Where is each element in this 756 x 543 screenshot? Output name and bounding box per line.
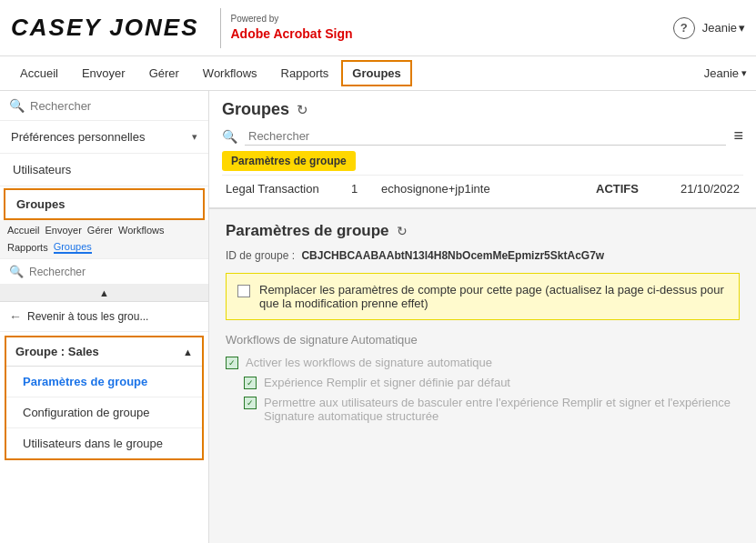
header-right: ? Jeanie ▾ (673, 17, 745, 39)
user-button[interactable]: Jeanie ▾ (702, 21, 745, 35)
chevron-down-icon: ▾ (739, 21, 745, 35)
nav-user-name[interactable]: Jeanie (704, 66, 739, 80)
check-icon: ✓ (228, 358, 236, 367)
help-icon: ? (680, 21, 688, 35)
nav-item-gerer[interactable]: Gérer (138, 61, 190, 85)
nav-chevron-icon: ▾ (741, 67, 747, 79)
content-bottom-title: Paramètres de groupe (226, 222, 389, 240)
powered-by-label: Powered by (230, 13, 352, 25)
subnav-rapports[interactable]: Rapports (7, 242, 48, 253)
scroll-up-button[interactable]: ▲ (0, 285, 208, 302)
chevron-down-icon: ▾ (192, 131, 197, 143)
subnav-accueil[interactable]: Accueil (7, 225, 39, 236)
group-id-row: ID de groupe : CBJCHBCAABAAbtN13l4H8NbOc… (226, 249, 740, 262)
group-nav-box: Groupe : Sales ▲ Paramètres de groupe Co… (5, 336, 204, 460)
nav-item-envoyer[interactable]: Envoyer (71, 61, 136, 85)
subnav-workflows[interactable]: Workflows (118, 225, 165, 236)
header-divider (220, 8, 221, 48)
warning-text: Remplacer les paramètres de compte pour … (259, 283, 728, 310)
checkbox-2[interactable]: ✓ (244, 377, 257, 389)
search2-icon: 🔍 (9, 265, 24, 278)
back-button[interactable]: ← Revenir à tous les grou... (0, 302, 208, 332)
group-id-label: ID de groupe : (226, 249, 295, 262)
back-arrow-icon: ← (9, 309, 22, 324)
group-nav-item-config[interactable]: Configuration de groupe (6, 397, 202, 428)
group-title[interactable]: Groupe : Sales ▲ (6, 337, 202, 367)
subnav-gerer[interactable]: Gérer (87, 225, 113, 236)
checkbox-row-3: ✓ Permettre aux utilisateurs de basculer… (226, 396, 740, 423)
subnav-groupes[interactable]: Groupes (54, 241, 92, 254)
chevron-up-icon: ▲ (183, 347, 193, 357)
content-bottom: Paramètres de groupe ↻ ID de groupe : CB… (209, 209, 756, 543)
checkbox-2-label: Expérience Remplir et signer définie par… (264, 376, 510, 389)
sidebar-prefs[interactable]: Préférences personnelles ▾ (0, 121, 208, 154)
bottom-refresh-icon[interactable]: ↻ (397, 224, 408, 238)
checkbox-row-2: ✓ Expérience Remplir et signer définie p… (226, 376, 740, 389)
nav-user-area: Jeanie ▾ (704, 66, 747, 80)
sidebar-search: 🔍 (0, 91, 208, 121)
back-label: Revenir à tous les grou... (27, 310, 148, 323)
checkbox-3-label: Permettre aux utilisateurs de basculer e… (264, 396, 740, 423)
nav-item-accueil[interactable]: Accueil (9, 61, 69, 85)
nav-item-rapports[interactable]: Rapports (270, 61, 340, 85)
row-date: 21/10/2022 (658, 182, 740, 196)
help-button[interactable]: ? (673, 17, 695, 39)
row-name: Legal Transaction (226, 182, 344, 196)
content-top: Groupes ↻ 🔍 ≡ Paramètres de groupe Legal… (209, 91, 756, 209)
content-search-input[interactable] (245, 127, 726, 146)
group-id-value: CBJCHBCAABAAbtN13l4H8NbOcemMeEpmizr5SktA… (301, 249, 604, 262)
main-layout: 🔍 Préférences personnelles ▾ Utilisateur… (0, 91, 756, 543)
checkbox-1[interactable]: ✓ (226, 357, 238, 369)
groupes-label: Groupes (16, 197, 65, 211)
group-nav-item-users[interactable]: Utilisateurs dans le groupe (6, 428, 202, 458)
logo: CASEY JONES (11, 14, 211, 42)
content-bottom-header: Paramètres de groupe ↻ (226, 222, 740, 240)
content-top-header: Groupes ↻ (222, 100, 743, 119)
content: Groupes ↻ 🔍 ≡ Paramètres de groupe Legal… (209, 91, 756, 543)
check-icon: ✓ (247, 398, 254, 407)
powered-by-brand: Adobe Acrobat Sign (230, 25, 352, 44)
sidebar-item-groupes[interactable]: Groupes (4, 188, 205, 220)
section-label: Workflows de signature Automatique (226, 333, 740, 347)
content-search-icon: 🔍 (222, 129, 237, 144)
nav-item-groupes[interactable]: Groupes (341, 60, 411, 86)
sidebar-search-input[interactable] (30, 99, 199, 113)
subnav-envoyer[interactable]: Envoyer (45, 225, 81, 236)
top-nav: Accueil Envoyer Gérer Workflows Rapports… (0, 56, 756, 91)
top-refresh-icon[interactable]: ↻ (297, 102, 308, 118)
params-tooltip[interactable]: Paramètres de groupe (222, 151, 356, 171)
powered-by: Powered by Adobe Acrobat Sign (230, 13, 352, 44)
sidebar-search2-input[interactable] (29, 266, 199, 278)
sidebar-subnav: Accueil Envoyer Gérer Workflows Rapports… (0, 220, 208, 259)
row-num: 1 (351, 182, 374, 196)
search-icon: 🔍 (9, 98, 25, 113)
user-name: Jeanie (702, 21, 737, 35)
nav-item-workflows[interactable]: Workflows (192, 61, 268, 85)
prefs-label: Préférences personnelles (11, 130, 145, 144)
sidebar-search2: 🔍 (0, 259, 208, 285)
warning-checkbox[interactable] (237, 285, 250, 297)
check-icon: ✓ (247, 378, 254, 387)
table-row[interactable]: Legal Transaction 1 echosignone+jp1inte … (222, 175, 743, 202)
sidebar-item-users[interactable]: Utilisateurs (0, 154, 208, 186)
group-title-label: Groupe : Sales (15, 345, 99, 358)
menu-icon[interactable]: ≡ (733, 126, 743, 146)
checkbox-row-1: ✓ Activer les workflows de signature aut… (226, 356, 740, 369)
row-email: echosignone+jp1inte (381, 182, 589, 196)
row-status: ACTIFS (596, 182, 650, 196)
header: CASEY JONES Powered by Adobe Acrobat Sig… (0, 0, 756, 56)
group-nav-item-params[interactable]: Paramètres de groupe (6, 367, 202, 397)
warning-box: Remplacer les paramètres de compte pour … (226, 273, 740, 320)
users-label: Utilisateurs (13, 163, 71, 176)
content-top-title: Groupes (222, 100, 289, 119)
checkbox-1-label: Activer les workflows de signature autom… (246, 356, 492, 369)
checkbox-3[interactable]: ✓ (244, 397, 257, 409)
sidebar: 🔍 Préférences personnelles ▾ Utilisateur… (0, 91, 209, 543)
content-search-bar: 🔍 ≡ (222, 126, 743, 146)
